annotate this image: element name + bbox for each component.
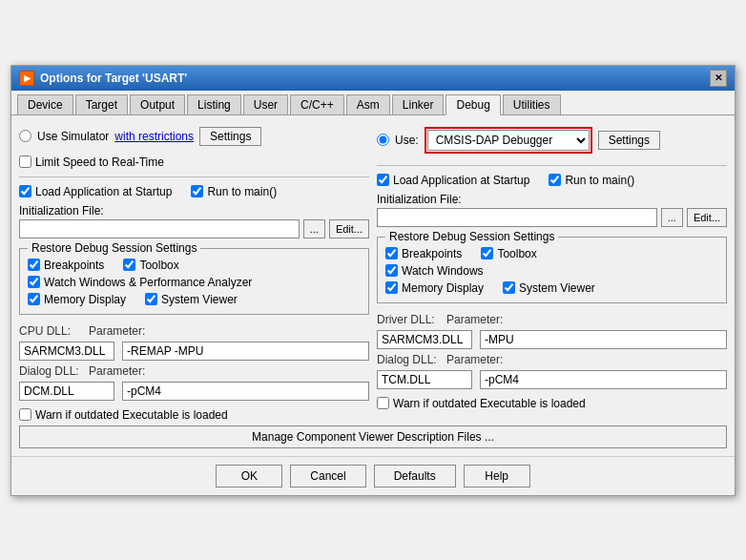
left-dialog-dll-input[interactable] [19, 382, 114, 401]
right-load-app-checkbox[interactable] [377, 174, 389, 186]
tab-user[interactable]: User [243, 94, 288, 114]
left-run-to-main-checkbox[interactable] [191, 185, 203, 197]
dialog-window: ▶ Options for Target 'USART' ✕ Device Ta… [10, 65, 736, 496]
simulator-label: Use Simulator [37, 130, 109, 143]
right-load-app-label: Load Application at Startup [393, 174, 529, 187]
title-bar: ▶ Options for Target 'USART' ✕ [11, 66, 735, 91]
left-column: Use Simulator with restrictions Settings… [19, 123, 369, 422]
right-run-to-main-checkbox[interactable] [549, 174, 561, 186]
right-toolbox-checkbox[interactable] [481, 247, 493, 259]
left-warn-checkbox[interactable] [19, 408, 31, 421]
left-restore-items: Breakpoints Toolbox Watch Windows & Perf… [28, 259, 361, 306]
left-dialog-dll-label: Dialog DLL: [19, 364, 81, 378]
left-dll-section: CPU DLL: Parameter: Dialog DLL: Paramete… [19, 324, 369, 401]
right-system-viewer-checkbox[interactable] [503, 281, 515, 294]
simulator-settings-button[interactable]: Settings [199, 127, 261, 146]
tab-listing[interactable]: Listing [187, 94, 241, 114]
manage-component-viewer-button[interactable]: Manage Component Viewer Description File… [19, 425, 727, 448]
left-watch-windows-row: Watch Windows & Performance Analyzer [28, 276, 361, 289]
tab-cpp[interactable]: C/C++ [290, 94, 344, 114]
right-toolbox-row: Toolbox [481, 247, 536, 260]
tab-debug[interactable]: Debug [446, 94, 500, 115]
left-memory-display-label: Memory Display [44, 293, 126, 306]
left-system-viewer-row: System Viewer [145, 293, 238, 306]
left-cpu-param-label: Parameter: [89, 324, 145, 338]
section-divider-2 [377, 165, 727, 166]
left-browse-button[interactable]: ... [303, 219, 325, 239]
debugger-dropdown[interactable]: CMSIS-DAP Debugger J-LINK / J-TRACE Cort… [427, 130, 590, 151]
left-init-file-label: Initialization File: [19, 204, 369, 218]
left-memory-display-row: Memory Display [28, 293, 126, 306]
right-dialog-dll-label: Dialog DLL: [377, 353, 439, 366]
left-toolbox-row: Toolbox [123, 259, 178, 272]
cancel-button[interactable]: Cancel [290, 465, 365, 487]
debugger-dropdown-container: CMSIS-DAP Debugger J-LINK / J-TRACE Cort… [425, 127, 592, 154]
right-dialog-dll-input[interactable] [377, 370, 472, 389]
ok-button[interactable]: OK [216, 465, 282, 487]
right-driver-dll-pair: Driver DLL: Parameter: [377, 313, 727, 326]
right-init-file-label: Initialization File: [377, 193, 727, 206]
use-label: Use: [395, 134, 419, 147]
right-load-app-row: Load Application at Startup Run to main(… [377, 174, 727, 187]
right-breakpoints-checkbox[interactable] [385, 247, 398, 259]
left-watch-windows-checkbox[interactable] [28, 276, 40, 288]
left-dialog-dll-inputs [19, 382, 369, 401]
app-icon: ▶ [19, 71, 34, 86]
limit-speed-label: Limit Speed to Real-Time [35, 156, 164, 169]
help-button[interactable]: Help [464, 465, 530, 487]
right-edit-button[interactable]: Edit... [687, 208, 727, 227]
defaults-button[interactable]: Defaults [374, 465, 456, 487]
right-driver-param-label: Parameter: [446, 313, 503, 326]
right-browse-button[interactable]: ... [661, 208, 683, 227]
left-toolbox-checkbox[interactable] [123, 259, 135, 271]
left-load-app-checkbox[interactable] [19, 185, 31, 197]
tabs-bar: Device Target Output Listing User C/C++ … [11, 91, 735, 115]
left-breakpoints-checkbox[interactable] [28, 259, 40, 271]
right-memory-display-checkbox[interactable] [385, 281, 398, 294]
right-system-viewer-label: System Viewer [519, 281, 595, 295]
right-warn-checkbox[interactable] [377, 397, 389, 409]
left-memory-display-checkbox[interactable] [28, 293, 40, 305]
left-edit-button[interactable]: Edit... [329, 219, 369, 239]
right-restore-group-title: Restore Debug Session Settings [385, 230, 558, 243]
left-toolbox-label: Toolbox [139, 259, 178, 272]
title-bar-left: ▶ Options for Target 'USART' [19, 71, 187, 86]
restrictions-link[interactable]: with restrictions [114, 130, 194, 143]
left-dialog-dll-pair: Dialog DLL: Parameter: [19, 364, 369, 378]
limit-speed-checkbox[interactable] [19, 156, 31, 168]
right-restore-group: Restore Debug Session Settings Breakpoin… [377, 237, 727, 303]
right-watch-windows-label: Watch Windows [402, 264, 484, 278]
right-driver-dll-label: Driver DLL: [377, 313, 439, 326]
left-cpu-dll-pair: CPU DLL: Parameter: [19, 324, 369, 338]
right-warn-label: Warn if outdated Executable is loaded [393, 397, 586, 410]
left-system-viewer-checkbox[interactable] [145, 293, 157, 305]
use-debugger-radio[interactable] [377, 134, 389, 146]
right-dll-section: Driver DLL: Parameter: Dialog DLL: Param… [377, 313, 727, 389]
right-init-file-input[interactable] [377, 208, 657, 227]
right-driver-dll-input[interactable] [377, 330, 472, 349]
tab-output[interactable]: Output [130, 94, 185, 114]
tab-target[interactable]: Target [75, 94, 128, 114]
use-simulator-radio[interactable] [19, 130, 31, 142]
tab-linker[interactable]: Linker [392, 94, 445, 114]
left-init-file-section: Initialization File: ... Edit... [19, 204, 369, 239]
tab-asm[interactable]: Asm [346, 94, 390, 114]
left-cpu-dll-label: CPU DLL: [19, 324, 81, 338]
left-dialog-param-input[interactable] [122, 382, 369, 401]
right-settings-button[interactable]: Settings [598, 131, 660, 150]
left-breakpoints-label: Breakpoints [44, 259, 104, 272]
right-driver-param-input[interactable] [480, 330, 727, 349]
left-watch-windows-label: Watch Windows & Performance Analyzer [44, 276, 252, 289]
left-init-file-input[interactable] [19, 219, 300, 239]
tab-utilities[interactable]: Utilities [503, 94, 561, 114]
left-run-to-main-label: Run to main() [207, 185, 277, 198]
left-cpu-param-input[interactable] [122, 342, 369, 361]
right-memory-display-label: Memory Display [402, 281, 484, 295]
right-dialog-param-input[interactable] [480, 370, 727, 389]
left-restore-group-title: Restore Debug Session Settings [28, 241, 200, 255]
close-button[interactable]: ✕ [710, 70, 727, 87]
tab-device[interactable]: Device [17, 94, 73, 114]
right-watch-windows-checkbox[interactable] [385, 264, 398, 277]
left-cpu-dll-input[interactable] [19, 342, 114, 361]
right-memory-display-row: Memory Display [385, 281, 484, 295]
